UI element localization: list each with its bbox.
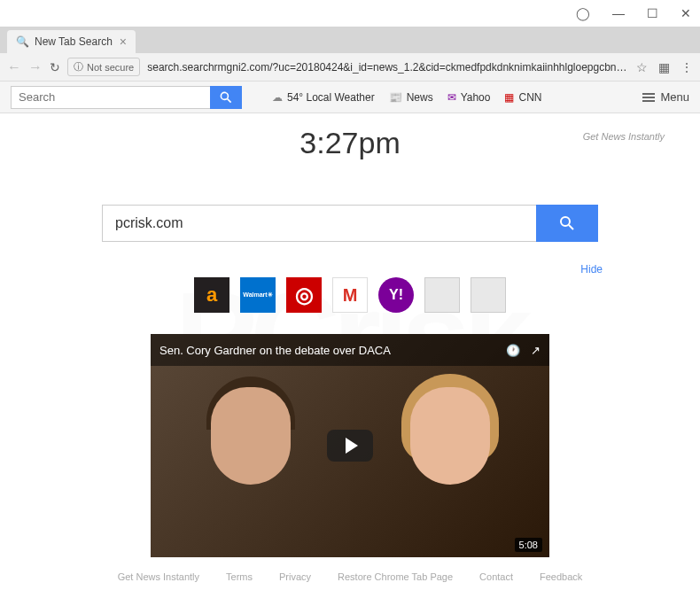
footer: Get News Instantly Terms Privacy Restore… [0,571,700,582]
footer-get-news[interactable]: Get News Instantly [118,571,199,582]
shortcut-target[interactable]: ◎ [286,277,322,313]
search-icon: 🔍 [16,35,29,48]
yahoo-icon: ✉ [447,91,456,104]
weather-label: 54° Local Weather [287,91,375,104]
user-icon[interactable]: ◯ [576,6,590,20]
page-toolbar: ☁ 54° Local Weather 📰 News ✉ Yahoo ▦ CNN… [0,82,700,113]
cnn-label: CNN [518,91,541,104]
shortcut-news2[interactable] [471,277,506,313]
tab-bar: 🔍 New Tab Search × [0,27,700,53]
search-icon [219,90,233,105]
shortcut-amazon[interactable]: a [194,277,229,313]
page-content: PCrisk Get News Instantly 3:27pm Hide a … [0,113,700,557]
security-badge[interactable]: ⓘ Not secure [67,58,140,76]
shortcut-news1[interactable] [424,277,460,313]
shortcut-yahoo[interactable]: Y! [378,277,414,313]
main-search [27,205,673,242]
back-button[interactable]: ← [7,59,21,75]
browser-tab[interactable]: 🔍 New Tab Search × [7,30,136,53]
watch-later-icon[interactable]: 🕐 [506,344,520,357]
star-icon[interactable]: ☆ [636,60,648,74]
weather-link[interactable]: ☁ 54° Local Weather [272,91,375,104]
menu-label: Menu [660,90,689,104]
cnn-icon: ▦ [504,91,514,104]
tab-title: New Tab Search [35,35,113,48]
security-label: Not secure [87,62,134,73]
play-button[interactable] [327,430,373,462]
shortcut-gmail[interactable]: M [332,277,368,313]
share-icon[interactable]: ↗ [531,344,541,357]
footer-contact[interactable]: Contact [479,571,513,582]
shortcut-walmart[interactable]: Walmart✳ [240,277,276,313]
svg-line-1 [228,98,231,102]
cnn-link[interactable]: ▦ CNN [504,91,541,104]
url-input[interactable]: search.searchrmgni2.com/?uc=20180424&i_i… [147,61,629,74]
footer-restore[interactable]: Restore Chrome Tab Page [338,571,453,582]
forward-button[interactable]: → [28,59,43,75]
toolbar-search-input[interactable] [11,86,210,109]
footer-privacy[interactable]: Privacy [279,571,311,582]
maximize-button[interactable]: ☐ [647,6,658,20]
video-player[interactable]: Sen. Cory Gardner on the debate over DAC… [151,334,549,557]
hide-link[interactable]: Hide [580,263,603,276]
video-duration: 5:08 [515,538,542,552]
video-title: Sen. Cory Gardner on the debate over DAC… [159,344,391,357]
toolbar-search [11,86,242,109]
hamburger-icon [642,93,655,102]
footer-terms[interactable]: Terms [226,571,253,582]
svg-line-3 [569,225,573,229]
menu-dots-icon[interactable]: ⋮ [681,60,693,74]
svg-point-0 [221,92,228,99]
shortcuts-row: Hide a Walmart✳ ◎ M Y! [27,277,673,313]
yahoo-label: Yahoo [461,91,491,104]
minimize-button[interactable]: — [612,6,625,20]
info-icon: ⓘ [74,60,83,74]
yahoo-link[interactable]: ✉ Yahoo [447,91,491,104]
toolbar-search-button[interactable] [210,86,242,109]
video-header: Sen. Cory Gardner on the debate over DAC… [151,334,549,366]
get-news-link[interactable]: Get News Instantly [583,131,665,142]
extension-icon[interactable]: ▦ [658,60,670,74]
svg-point-2 [561,217,570,226]
tab-close-icon[interactable]: × [120,35,127,49]
news-label: News [407,91,433,104]
window-controls: ◯ — ☐ ✕ [0,0,700,27]
search-icon [558,214,576,232]
main-search-button[interactable] [536,205,598,242]
reload-button[interactable]: ↻ [50,60,60,74]
toolbar-links: ☁ 54° Local Weather 📰 News ✉ Yahoo ▦ CNN [272,91,541,104]
main-search-input[interactable] [102,205,536,242]
close-window-button[interactable]: ✕ [681,6,691,20]
clock-display: 3:27pm [27,126,673,160]
footer-feedback[interactable]: Feedback [540,571,582,582]
menu-button[interactable]: Menu [642,90,689,104]
news-icon: 📰 [389,91,402,104]
weather-icon: ☁ [272,91,283,104]
address-bar: ← → ↻ ⓘ Not secure search.searchrmgni2.c… [0,53,700,82]
news-link[interactable]: 📰 News [389,91,433,104]
